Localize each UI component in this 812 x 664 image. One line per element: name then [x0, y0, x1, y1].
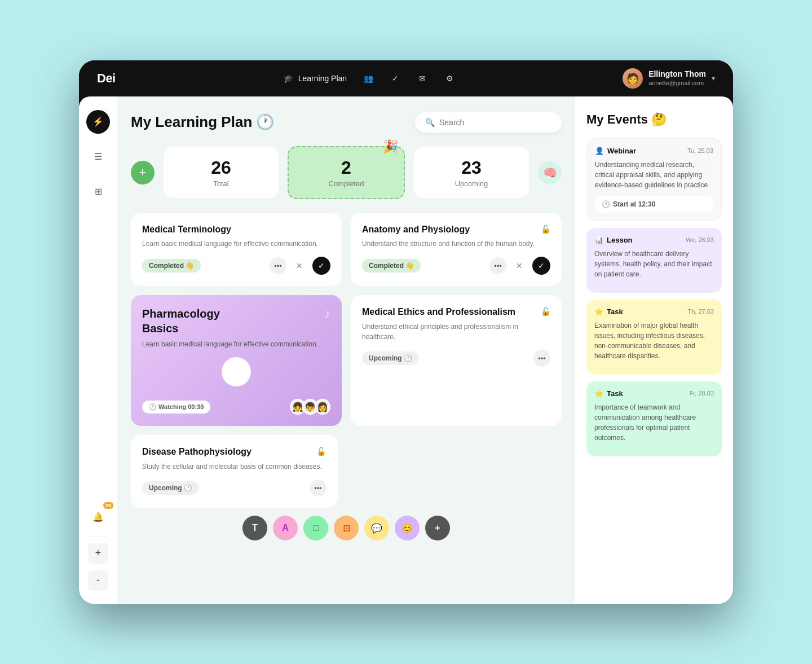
event-date: We, 26.03: [686, 236, 714, 243]
shape-tool-btn[interactable]: □: [303, 516, 328, 540]
users-icon: 👥: [363, 73, 374, 84]
zoom-out-btn[interactable]: -: [88, 570, 108, 591]
bell-container: 🔔 29: [86, 505, 110, 529]
stat-total-number: 26: [176, 157, 266, 178]
more-btn[interactable]: •••: [310, 480, 326, 496]
annotation-tool-btn[interactable]: A: [273, 516, 298, 540]
event-desc: Examination of major global health issue…: [594, 320, 714, 361]
avatars-group: 👧 👦 👩: [290, 399, 330, 415]
stat-completed-number: 2: [301, 157, 391, 178]
course-desc: Study the cellular and molecular basis o…: [142, 461, 326, 472]
lock-icon: 🔓: [313, 443, 330, 460]
stat-total-label: Total: [176, 179, 266, 188]
card-footer: 🕐 Watching 00:30 👧 👦 👩: [142, 399, 330, 415]
main-content: ⚡ ☰ ⊞ 🔔 29 + - My Learning Plan 🕐 🔍: [79, 96, 733, 604]
bell-btn[interactable]: 🔔: [86, 505, 110, 529]
stat-upcoming-label: Upcoming: [426, 179, 517, 188]
sidebar-grid-btn[interactable]: ⊞: [86, 180, 110, 204]
course-title: Disease Pathophysiology: [142, 446, 326, 458]
user-name: Ellington Thom: [648, 69, 706, 79]
sidebar-menu-btn[interactable]: ☰: [86, 145, 110, 169]
task-icon: ⭐: [594, 307, 603, 316]
graduation-icon: 🎓: [283, 73, 294, 84]
dismiss-btn[interactable]: ✕: [291, 257, 308, 274]
event-header: ⭐ Task Th, 27.03: [594, 307, 714, 316]
nav-item-users[interactable]: 👥: [363, 73, 374, 84]
left-sidebar: ⚡ ☰ ⊞ 🔔 29 + -: [79, 96, 117, 604]
search-bar[interactable]: 🔍: [415, 112, 562, 133]
event-header: 📊 Lesson We, 26.03: [594, 236, 714, 244]
search-icon: 🔍: [425, 118, 435, 127]
nav-item-goals[interactable]: ✓: [390, 73, 401, 84]
comment-tool-btn[interactable]: 💬: [364, 516, 389, 540]
settings-icon: ⚙: [444, 73, 455, 84]
check-btn[interactable]: ✓: [532, 257, 550, 275]
emoji-tool-btn[interactable]: 😊: [395, 516, 420, 540]
event-type: ⭐ Task: [594, 307, 623, 316]
more-btn[interactable]: •••: [489, 257, 506, 274]
event-date: Fr, 28.03: [690, 390, 714, 397]
course-desc: Learn basic medical language for effecti…: [142, 339, 318, 349]
add-tool-btn[interactable]: +: [425, 516, 450, 540]
play-btn[interactable]: ▶: [222, 357, 251, 386]
bell-badge: 29: [103, 502, 113, 509]
course-title: PharmacologyBasics: [142, 306, 318, 336]
course-pharmacology: PharmacologyBasics Learn basic medical l…: [131, 295, 342, 426]
check-circle-icon: ✓: [390, 73, 401, 84]
stat-upcoming-number: 23: [426, 157, 517, 178]
event-desc: Importance of teamwork and communication…: [594, 402, 714, 443]
status-badge-upcoming: Upcoming 🕐: [362, 351, 419, 365]
course-anatomy: 🔓 Anatomy and Physiology Understand the …: [351, 213, 562, 287]
nav-item-messages[interactable]: ✉: [417, 73, 428, 84]
text-tool-btn[interactable]: T: [242, 516, 267, 540]
lock-icon: 🔓: [537, 221, 554, 238]
top-nav: Dei 🎓 Learning Plan 👥 ✓ ✉ ⚙ 🧑 Ellingt: [79, 60, 733, 96]
app-frame: Dei 🎓 Learning Plan 👥 ✓ ✉ ⚙ 🧑 Ellingt: [79, 60, 733, 604]
event-type: ⭐ Task: [594, 389, 623, 398]
search-input[interactable]: [439, 118, 551, 127]
event-date: Tu, 25.03: [687, 147, 713, 154]
events-title: My Events 🤔: [586, 112, 722, 127]
task-icon-2: ⭐: [594, 389, 603, 398]
lock-icon: 🔓: [537, 303, 554, 320]
more-btn[interactable]: •••: [270, 257, 286, 274]
stat-completed-label: Completed: [301, 179, 391, 188]
start-time-btn[interactable]: 🕐 Start at 12:30: [595, 196, 713, 213]
event-card-lesson: 📊 Lesson We, 26.03 Overview of healthcar…: [586, 228, 722, 293]
chevron-down-icon[interactable]: ▾: [712, 74, 715, 82]
page-title: My Learning Plan 🕐: [131, 113, 275, 131]
courses-row-2: PharmacologyBasics Learn basic medical l…: [131, 295, 562, 426]
dismiss-btn[interactable]: ✕: [511, 257, 528, 274]
courses-row-1: Medical Terminology Learn basic medical …: [131, 213, 562, 287]
sidebar-divider: [89, 536, 107, 537]
nav-item-learning-plan[interactable]: 🎓 Learning Plan: [283, 73, 347, 84]
event-header: 👤 Webinar Tu, 25.03: [595, 147, 713, 155]
more-btn[interactable]: •••: [533, 350, 550, 367]
check-btn[interactable]: ✓: [312, 257, 330, 275]
sidebar-home-btn[interactable]: ⚡: [86, 110, 110, 134]
user-email: annette@gmail.com: [648, 79, 706, 87]
card-actions: Upcoming 🕐 •••: [362, 350, 550, 367]
sticky-tool-btn[interactable]: ⊡: [334, 516, 359, 540]
card-actions: Completed 👋 ••• ✕ ✓: [362, 257, 550, 275]
nav-item-settings[interactable]: ⚙: [444, 73, 455, 84]
add-stat-btn[interactable]: +: [131, 161, 155, 184]
stat-upcoming: 23 Upcoming: [414, 147, 529, 198]
brain-btn[interactable]: 🧠: [538, 161, 562, 184]
watching-badge: 🕐 Watching 00:30: [142, 401, 210, 414]
course-title: Anatomy and Physiology: [362, 224, 550, 236]
zoom-in-btn[interactable]: +: [88, 543, 108, 564]
course-title: Medical Ethics and Professionalism: [362, 306, 550, 318]
party-icon: 🎉: [383, 139, 398, 154]
right-panel: My Events 🤔 👤 Webinar Tu, 25.03 Understa…: [575, 96, 733, 604]
course-disease: 🔓 Disease Pathophysiology Study the cell…: [131, 435, 338, 508]
courses-area: Medical Terminology Learn basic medical …: [131, 213, 562, 549]
courses-row-3: 🔓 Disease Pathophysiology Study the cell…: [131, 435, 338, 508]
card-actions: Upcoming 🕐 •••: [142, 480, 326, 496]
app-logo: Dei: [97, 71, 116, 86]
course-desc: Learn basic medical language for effecti…: [142, 239, 330, 249]
course-medical-ethics: 🔓 Medical Ethics and Professionalism Und…: [351, 295, 562, 426]
event-card-webinar: 👤 Webinar Tu, 25.03 Understanding medica…: [586, 138, 722, 221]
avatar-3: 👩: [315, 399, 330, 415]
nav-right: 🧑 Ellington Thom annette@gmail.com ▾: [623, 68, 715, 89]
